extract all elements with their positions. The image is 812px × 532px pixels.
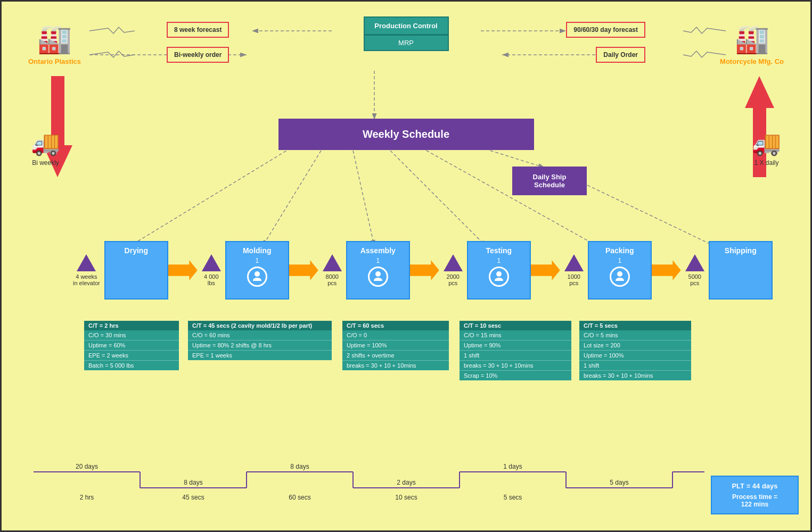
svg-text:20 days: 20 days [76, 463, 98, 470]
biweekly-order-label: Bi-weekly order [174, 51, 222, 59]
svg-text:10 secs: 10 secs [395, 494, 417, 501]
info-testing-row5: breaks = 30 + 10 + 10mins [460, 361, 571, 371]
svg-text:45 secs: 45 secs [182, 494, 204, 501]
prod-ctrl-title: Production Control [364, 16, 449, 35]
info-drying-row4: EPE = 2 weeks [84, 351, 179, 361]
inventory-4: 1000pcs [564, 254, 584, 286]
operator-packing [610, 267, 630, 287]
operator-testing [489, 267, 509, 287]
operator-molding [247, 267, 267, 287]
daily-order-label: Daily Order [603, 51, 638, 59]
process-box-shipping: Shipping [709, 241, 773, 300]
process-packing-num: 1 [618, 257, 621, 264]
info-testing-row3: Uptime = 90% [460, 340, 571, 351]
daily-order-box: Daily Order [596, 47, 645, 63]
arrow-3 [410, 260, 439, 280]
process-flow-row: 4 weeks in elevator Drying 4 000lbs Mold… [71, 241, 773, 300]
process-molding-title: Molding [243, 246, 272, 255]
process-box-packing: Packing 1 [588, 241, 652, 300]
svg-text:8 days: 8 days [290, 463, 309, 470]
inventory-2: 8000pcs [323, 254, 342, 286]
daily-ship-schedule-box: Daily Ship Schedule [512, 167, 587, 195]
timeline-svg: 20 days 8 days 8 days 2 days 1 days 5 da… [28, 461, 710, 509]
process-packing-title: Packing [605, 246, 634, 255]
svg-point-5 [375, 271, 381, 277]
info-molding-row3: Uptime = 80% 2 shifts @ 8 hrs [188, 340, 332, 351]
process-shipping-title: Shipping [725, 246, 757, 255]
truck-right: 🚚 1 X daily [752, 129, 781, 167]
info-box-assembly: C/T = 60 secs C/O = 0 Uptime = 100% 2 sh… [342, 321, 449, 370]
main-container: 🏭 Ontario Plastics 🏭 Motorcycle Mfg. Co … [0, 0, 812, 532]
info-packing-row6: breaks = 30 + 10 + 10mins [579, 371, 691, 380]
forecast-8week-label: 8 week forecast [174, 26, 222, 34]
info-packing-row2: C/O = 5 mins [579, 330, 691, 340]
process-testing-num: 1 [497, 257, 501, 264]
forecast-90-60-30-label: 90/60/30 day forecast [573, 26, 638, 34]
plt-line2: Process time =122 mins [719, 493, 790, 508]
info-packing-row1: C/T = 5 secs [579, 321, 691, 330]
plt-box: PLT = 44 days Process time =122 mins [711, 476, 799, 514]
operator-assembly [368, 267, 388, 287]
svg-text:1 days: 1 days [503, 463, 522, 470]
prod-ctrl-subtitle: MRP [364, 35, 449, 51]
info-molding-row2: C/O = 60 mins [188, 330, 332, 340]
info-drying-row5: Batch = 5 000 lbs [84, 361, 179, 370]
info-assembly-row4: 2 shifts + overtime [342, 351, 449, 361]
svg-text:2 days: 2 days [397, 479, 415, 486]
process-testing-title: Testing [486, 246, 512, 255]
inv-label-0: 4 weeks in elevator [73, 273, 100, 286]
weekly-schedule-box: Weekly Schedule [278, 119, 534, 150]
svg-text:8 days: 8 days [184, 479, 202, 486]
process-assembly-title: Assembly [360, 246, 396, 255]
arrow-5 [652, 260, 681, 280]
truck-right-label: 1 X daily [752, 159, 781, 167]
production-control: Production Control MRP [364, 16, 449, 51]
svg-text:5 days: 5 days [610, 479, 628, 486]
inv-label-5: 5000pcs [688, 273, 701, 286]
svg-text:2 hrs: 2 hrs [80, 494, 94, 501]
inventory-5: 5000pcs [685, 254, 704, 286]
svg-text:5 secs: 5 secs [504, 494, 522, 501]
inv-label-3: 2000pcs [447, 273, 460, 286]
info-box-drying: C/T = 2 hrs C/O = 30 mins Uptime = 60% E… [84, 321, 179, 370]
info-testing-row6: Scrap = 10% [460, 371, 571, 380]
inv-label-2: 8000pcs [326, 273, 339, 286]
info-testing-row1: C/T = 10 sesc [460, 321, 571, 330]
info-drying-row1: C/T = 2 hrs [84, 321, 179, 330]
info-assembly-row3: Uptime = 100% [342, 340, 449, 351]
info-drying-row2: C/O = 30 mins [84, 330, 179, 340]
process-box-assembly: Assembly 1 [346, 241, 410, 300]
inv-label-1: 4 000lbs [204, 273, 219, 286]
process-drying-title: Drying [125, 246, 148, 255]
process-assembly-num: 1 [376, 257, 380, 264]
truck-right-icon: 🚚 [752, 129, 781, 157]
inventory-1: 4 000lbs [202, 254, 221, 286]
truck-left-icon: 🚚 [31, 129, 60, 157]
info-assembly-row2: C/O = 0 [342, 330, 449, 340]
inventory-0: 4 weeks in elevator [73, 254, 100, 286]
forecast-90-60-30-box: 90/60/30 day forecast [566, 22, 645, 38]
forecast-8week-box: 8 week forecast [167, 22, 229, 38]
info-molding-row4: EPE = 1 weeks [188, 351, 332, 360]
left-factory: 🏭 Ontario Plastics [28, 23, 81, 65]
biweekly-order-box: Bi-weekly order [167, 47, 229, 63]
svg-point-4 [255, 271, 260, 277]
truck-left: 🚚 Bi weekly [31, 129, 60, 167]
info-packing-row5: 1 shift [579, 361, 691, 371]
svg-point-7 [617, 271, 622, 277]
process-box-drying: Drying [104, 241, 168, 300]
inv-label-4: 1000pcs [568, 273, 580, 286]
info-box-testing: C/T = 10 sesc C/O = 15 mins Uptime = 90%… [460, 321, 571, 380]
weekly-schedule-label: Weekly Schedule [363, 128, 449, 140]
left-factory-icon: 🏭 [28, 23, 81, 55]
info-packing-row3: Lot size = 200 [579, 340, 691, 351]
plt-line1: PLT = 44 days [719, 482, 790, 490]
info-box-packing: C/T = 5 secs C/O = 5 mins Lot size = 200… [579, 321, 691, 380]
svg-point-6 [496, 271, 502, 277]
right-factory-label: Motorcycle Mfg. Co [720, 57, 784, 65]
process-molding-num: 1 [255, 257, 259, 264]
info-testing-row2: C/O = 15 mins [460, 330, 571, 340]
right-factory-icon: 🏭 [720, 23, 784, 55]
left-factory-label: Ontario Plastics [28, 57, 81, 65]
daily-ship-label: Daily Ship Schedule [533, 173, 567, 189]
